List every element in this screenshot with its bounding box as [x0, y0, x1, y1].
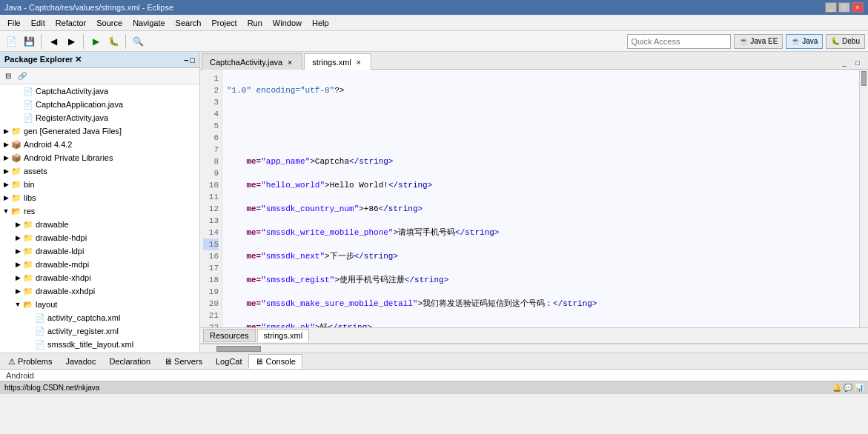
sidebar-minimize-icon[interactable]: –	[184, 56, 188, 64]
debug-perspective-button[interactable]: 🐛 Debu	[826, 34, 865, 49]
menu-refactor[interactable]: Refactor	[51, 17, 91, 29]
title-bar-controls: _ □ ×	[825, 2, 864, 13]
tree-arrow: ▶	[1, 127, 10, 135]
horiz-scroll-thumb[interactable]	[216, 346, 261, 352]
tree-item-bin[interactable]: ▶ 📁 bin	[0, 178, 199, 191]
debug-button[interactable]: 🐛	[105, 33, 122, 50]
status-bar: https://blog.CSDN.net/nkjava 🔔 💬 📊	[0, 381, 868, 394]
tab-problems[interactable]: ⚠ Problems	[1, 354, 59, 369]
logcat-tab-label: LogCat	[216, 357, 242, 366]
horizontal-scrollbar[interactable]	[200, 344, 868, 353]
tree-arrow: ▶	[13, 234, 22, 241]
menu-window[interactable]: Window	[268, 17, 306, 29]
menu-source[interactable]: Source	[92, 17, 127, 29]
menu-project[interactable]: Project	[207, 17, 241, 29]
menu-help[interactable]: Help	[308, 17, 334, 29]
sidebar-maximize-icon[interactable]: □	[190, 56, 195, 64]
close-button[interactable]: ×	[852, 2, 864, 13]
tree-item-activity-register[interactable]: 📄 activity_register.xml	[0, 324, 199, 338]
strings-xml-tab-label: strings.xml	[264, 331, 303, 340]
console-tab-label: Console	[265, 357, 295, 366]
tab-close-captcha[interactable]: ×	[285, 58, 294, 67]
tree-item-layout[interactable]: ▼ 📂 layout	[0, 298, 199, 311]
code-content[interactable]: "1.0" encoding="utf-8"?> me="app_name">C…	[222, 70, 859, 327]
status-text: https://blog.CSDN.net/nkjava	[4, 384, 99, 392]
tree-arrow: ▶	[13, 247, 22, 255]
collapse-all-button[interactable]: ⊟	[1, 70, 15, 83]
save-button[interactable]: 💾	[21, 33, 37, 50]
tree-item-activity-captcha[interactable]: 📄 activity_captcha.xml	[0, 311, 199, 324]
folder-open-icon: 📂	[10, 205, 22, 217]
console-tab-icon: 🖥	[255, 357, 263, 366]
editor-area: CaptchaActivity.java × strings.xml × _ □…	[200, 52, 868, 353]
tree-item-gen[interactable]: ▶ 📁 gen [Generated Java Files]	[0, 124, 199, 138]
tree-item-drawable-xhdpi[interactable]: ▶ 📁 drawable-xhdpi	[0, 271, 199, 284]
tab-strings-xml[interactable]: strings.xml ×	[304, 53, 371, 70]
forward-button[interactable]: ▶	[63, 33, 79, 50]
code-line-9: me="smssdk_regist">使用手机号码注册</string>	[227, 274, 855, 286]
tree-item-values[interactable]: ▼ 📂 values	[0, 351, 199, 353]
menu-navigate[interactable]: Navigate	[128, 17, 169, 29]
code-line-10: me="smssdk_make_sure_mobile_detail">我们将发…	[227, 298, 855, 310]
editor-minimize-button[interactable]: _	[838, 57, 850, 69]
menu-file[interactable]: File	[3, 17, 25, 29]
tab-captcha-activity[interactable]: CaptchaActivity.java ×	[202, 53, 302, 70]
scroll-thumb[interactable]	[861, 71, 867, 86]
code-line-3	[227, 132, 855, 144]
tree-item-drawable-ldpi[interactable]: ▶ 📁 drawable-ldpi	[0, 244, 199, 258]
tree-arrow: ▶	[1, 167, 10, 175]
menu-bar: File Edit Refactor Source Navigate Searc…	[0, 15, 868, 31]
tab-javadoc[interactable]: Javadoc	[59, 354, 102, 369]
run-button[interactable]: ▶	[87, 33, 104, 50]
tree-item-captcha-activity[interactable]: 📄 CaptchaActivity.java	[0, 84, 199, 98]
menu-search[interactable]: Search	[171, 17, 206, 29]
link-with-editor-button[interactable]: 🔗	[16, 70, 29, 83]
menu-run[interactable]: Run	[243, 17, 267, 29]
java-perspective-button[interactable]: ☕ Java	[786, 34, 823, 49]
tree-item-smssdk-title[interactable]: 📄 smssdk_title_layout.xml	[0, 338, 199, 351]
code-editor[interactable]: 1 2 3 4 5 6 7 8 9 10 11 12 13 14 15 16 1…	[200, 70, 868, 327]
tree-item-assets[interactable]: ▶ 📁 assets	[0, 164, 199, 178]
tree-item-drawable-xxhdpi[interactable]: ▶ 📁 drawable-xxhdpi	[0, 284, 199, 298]
tab-strings-xml-editor[interactable]: strings.xml	[257, 329, 310, 342]
menu-edit[interactable]: Edit	[27, 17, 50, 29]
editor-tabs: CaptchaActivity.java × strings.xml × _ □	[200, 52, 868, 70]
editor-maximize-button[interactable]: □	[852, 57, 864, 69]
tab-label: CaptchaActivity.java	[210, 58, 282, 67]
tree-item-android-private[interactable]: ▶ 📦 Android Private Libraries	[0, 151, 199, 164]
problems-tab-label: Problems	[18, 357, 52, 366]
tree-item-res[interactable]: ▼ 📂 res	[0, 204, 199, 218]
tree-item-drawable[interactable]: ▶ 📁 drawable	[0, 218, 199, 231]
tree-item-drawable-mdpi[interactable]: ▶ 📁 drawable-mdpi	[0, 258, 199, 271]
java-ee-perspective-button[interactable]: ☕ Java EE	[734, 34, 783, 49]
tab-close-strings[interactable]: ×	[354, 58, 363, 67]
title-bar: Java - Captcha/res/values/strings.xml - …	[0, 0, 868, 15]
tree-item-android442[interactable]: ▶ 📦 Android 4.4.2	[0, 138, 199, 151]
highlighted-line-num: 15	[203, 238, 219, 250]
tree-item-libs[interactable]: ▶ 📁 libs	[0, 191, 199, 204]
tab-resources[interactable]: Resources	[203, 329, 256, 342]
tree-item-drawable-hdpi[interactable]: ▶ 📁 drawable-hdpi	[0, 231, 199, 244]
tab-declaration[interactable]: Declaration	[102, 354, 157, 369]
code-line-1: "1.0" encoding="utf-8"?>	[227, 84, 855, 96]
search-button[interactable]: 🔍	[130, 33, 146, 50]
code-line-5: me="hello_world">Hello World!</string>	[227, 179, 855, 191]
tab-console[interactable]: 🖥 Console	[248, 354, 302, 369]
javadoc-tab-label: Javadoc	[65, 357, 96, 366]
tree-item-register-activity[interactable]: 📄 RegisterActivity.java	[0, 111, 199, 124]
minimize-button[interactable]: _	[825, 2, 837, 13]
vertical-scrollbar[interactable]	[859, 70, 868, 327]
sidebar-title: Package Explorer ✕	[4, 55, 82, 64]
code-line-4: me="app_name">Captcha</string>	[227, 156, 855, 167]
tab-servers[interactable]: 🖥 Servers	[157, 354, 209, 369]
back-button[interactable]: ◀	[45, 33, 62, 50]
tree-arrow: ▶	[13, 221, 22, 228]
tab-label: strings.xml	[312, 58, 351, 67]
tree-item-captcha-application[interactable]: 📄 CaptchaApplication.java	[0, 98, 199, 111]
console-output: Android	[6, 371, 34, 380]
editor-header-controls: _ □	[838, 57, 867, 69]
new-button[interactable]: 📄	[3, 33, 19, 50]
maximize-button[interactable]: □	[838, 2, 850, 13]
quick-access-input[interactable]	[627, 34, 731, 49]
tab-logcat[interactable]: LogCat	[209, 354, 248, 369]
